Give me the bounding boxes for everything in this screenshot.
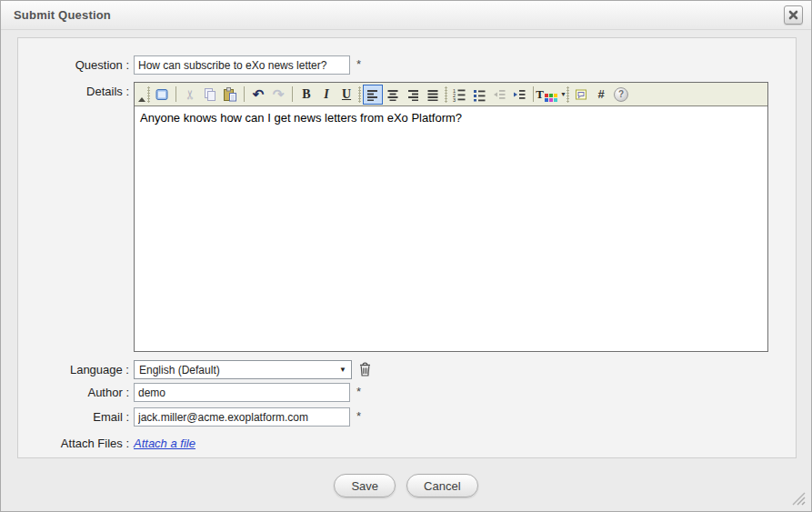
numbered-list-icon: 1 2 3 [452,87,466,102]
redo-button[interactable]: ↷ [268,85,288,105]
align-left-icon [366,87,380,102]
undo-button[interactable]: ↶ [248,85,268,105]
author-input[interactable] [134,383,350,402]
close-icon [788,10,798,20]
author-required-mark: * [356,383,361,400]
text-color-button[interactable]: T ▼ [537,85,565,105]
redo-icon: ↷ [273,87,285,101]
toolbar-separator [533,86,534,102]
paste-icon [223,87,237,102]
question-row: Question : * [18,55,796,75]
dialog-titlebar: Submit Question [1,1,811,30]
question-label: Question : [18,55,134,75]
chevron-down-icon: ▼ [560,91,566,97]
delete-language-button[interactable] [358,361,372,379]
language-select[interactable]: English (Default) ▼ [134,360,352,379]
toolbar-separator [566,86,569,103]
details-editor-content[interactable]: Anyone knows how can I get news letters … [135,106,767,351]
resize-grip[interactable] [789,489,807,507]
email-row: Email : * [18,407,796,427]
details-row: Details : ✂ [18,82,796,352]
question-required-mark: * [356,55,361,73]
email-label: Email : [18,407,134,427]
resize-grip-icon [789,489,807,507]
bold-button[interactable]: B [296,85,316,105]
justify-button[interactable] [423,85,443,105]
toolbar-separator [147,86,150,103]
align-left-button[interactable] [363,85,383,105]
toolbar-separator [445,86,447,103]
help-icon: ? [614,87,628,102]
toolbar-separator [175,86,176,102]
collapse-icon [138,97,145,102]
toolbar-separator [244,86,245,102]
maximize-button[interactable] [152,85,172,105]
attach-files-row: Attach Files : Attach a file [18,434,796,453]
language-row: Language : English (Default) ▼ [18,360,796,379]
paste-button[interactable] [220,85,240,105]
toolbar-separator [292,86,293,102]
align-right-button[interactable] [403,85,423,105]
details-label: Details : [18,82,134,101]
bulleted-list-button[interactable] [469,85,489,105]
italic-icon: I [324,87,328,102]
dialog-title: Submit Question [14,8,111,22]
author-row: Author : * [18,383,796,402]
numbered-list-button[interactable]: 1 2 3 [449,85,469,105]
outdent-icon [492,87,506,102]
justify-icon [426,87,440,102]
language-label: Language : [18,360,134,379]
svg-text:3: 3 [453,97,456,102]
attach-file-link[interactable]: Attach a file [134,434,195,453]
quote-icon [574,87,588,102]
chevron-down-icon: ▼ [339,366,346,374]
outdent-button[interactable] [489,85,509,105]
editor-toolbar: ✂ [135,83,767,106]
form-panel: Question : * Details : [17,37,797,458]
attach-files-label: Attach Files : [18,434,134,453]
text-color-icon: T ▼ [536,87,566,102]
cut-button[interactable]: ✂ [180,85,200,105]
quote-button[interactable] [571,85,591,105]
align-right-icon [406,87,420,102]
align-center-button[interactable] [383,85,403,105]
copy-button[interactable] [200,85,220,105]
align-center-icon [386,87,400,102]
help-button[interactable]: ? [611,85,631,105]
bold-icon: B [302,87,310,102]
submit-question-dialog: Submit Question Question : * Details : [0,0,812,512]
save-button[interactable]: Save [334,474,396,497]
cut-icon: ✂ [183,89,197,100]
bulleted-list-icon [472,87,486,102]
indent-button[interactable] [509,85,529,105]
toolbar-separator [358,86,361,103]
undo-icon: ↶ [253,87,265,101]
rich-text-editor: ✂ [134,82,768,352]
hash-icon: # [597,87,604,101]
cancel-button[interactable]: Cancel [406,474,477,497]
email-field[interactable] [134,407,350,427]
toolbar-collapse-button[interactable] [137,85,145,105]
close-button[interactable] [784,5,803,25]
trash-icon [358,361,372,376]
author-label: Author : [18,383,134,402]
copy-icon [203,87,217,102]
email-required-mark: * [356,407,361,425]
maximize-icon [155,87,169,102]
question-input[interactable] [134,55,350,75]
underline-button[interactable]: U [336,85,356,105]
underline-icon: U [342,87,351,102]
italic-button[interactable]: I [316,85,336,105]
language-selected-value: English (Default) [139,364,220,376]
dialog-footer: Save Cancel [1,474,811,497]
hash-button[interactable]: # [591,85,611,105]
indent-icon [512,87,526,102]
